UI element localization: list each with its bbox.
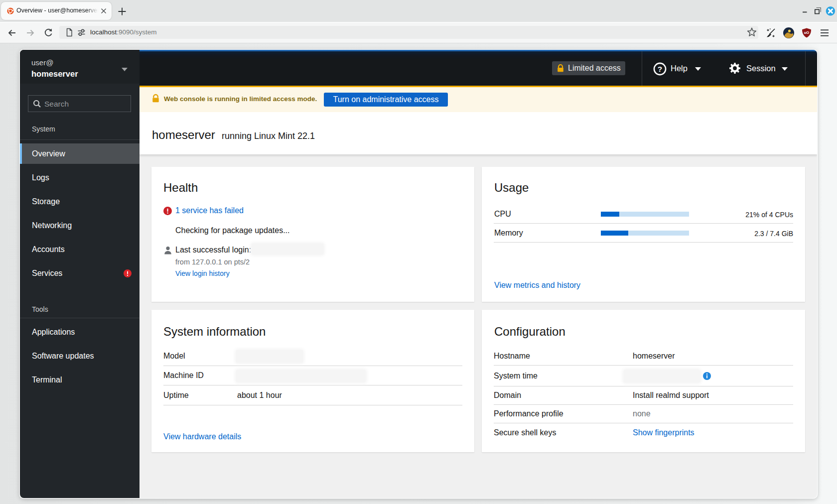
svg-text:uO: uO — [804, 30, 810, 35]
svg-text:?: ? — [658, 65, 662, 73]
